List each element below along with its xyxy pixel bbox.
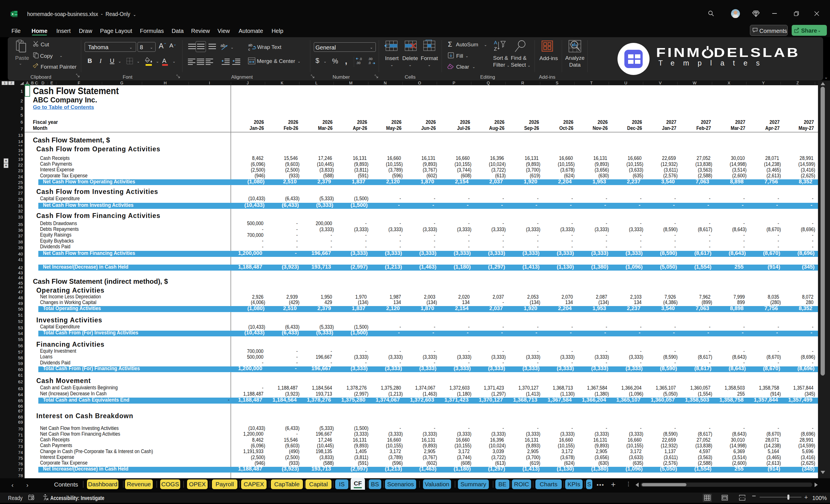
svg-text:c: c [248, 47, 250, 51]
svg-text:.0: .0 [359, 57, 362, 61]
svg-text:x: x [12, 12, 14, 16]
svg-text:ab: ab [221, 43, 225, 48]
svg-text:A: A [494, 40, 498, 45]
svg-text:.00: .00 [356, 61, 360, 65]
svg-text:Z: Z [494, 46, 497, 52]
svg-text:.00: .00 [368, 57, 372, 61]
svg-text:ab: ab [248, 43, 252, 47]
svg-text:.0: .0 [368, 61, 371, 65]
